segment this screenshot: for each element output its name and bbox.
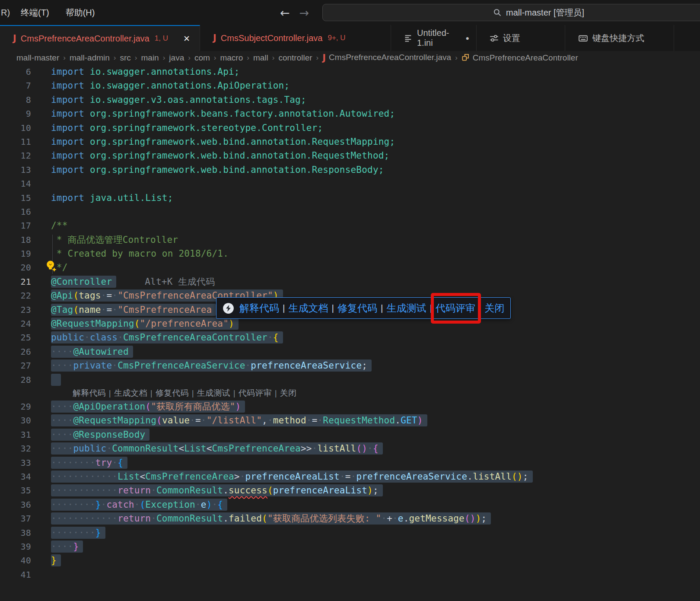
tab-设置[interactable]: 设置	[477, 25, 565, 51]
selection-highlight: ········try·{	[51, 457, 127, 469]
line-content: /**	[51, 219, 68, 232]
line-number: 35	[0, 483, 31, 497]
line-number: 33	[0, 456, 31, 470]
line-content: import io.swagger.annotations.ApiOperati…	[51, 79, 290, 92]
breadcrumb-item-mall-admin[interactable]: mall-admin	[70, 53, 110, 63]
line-content: ····@ApiOperation("获取所有商品优选")	[51, 400, 245, 413]
tab-Untitled-1.ini[interactable]: Untitled-1.ini●	[391, 25, 477, 51]
forward-arrow-icon[interactable]: →	[299, 6, 309, 19]
selection-highlight: ····public·CommonResult<List<CmsPrefrenc…	[51, 442, 383, 455]
code-line: 30····@RequestMapping(value·=·"/listAll"…	[0, 413, 700, 427]
java-file-icon: J	[322, 53, 326, 63]
line-content: import org.springframework.web.bind.anno…	[51, 163, 384, 177]
popup-action-代码评审[interactable]: 代码评审	[436, 302, 475, 315]
line-content: @RequestMapping("/prefrenceArea")	[51, 317, 239, 331]
codelens-生成文档[interactable]: 生成文档	[114, 388, 147, 397]
codelens-separator: |	[189, 388, 197, 397]
codelens-actions[interactable]: 解释代码|生成文档|修复代码|生成测试|代码评审|关闭	[0, 387, 700, 400]
popup-separator: |	[331, 303, 334, 313]
menu-item-partial[interactable]: R)	[0, 8, 13, 18]
code-line: 41	[0, 568, 700, 582]
codelens-关闭[interactable]: 关闭	[280, 388, 296, 397]
tab-CmsSubjectController.java[interactable]: JCmsSubjectController.java9+, U	[200, 25, 391, 51]
line-number: 14	[0, 177, 31, 191]
codelens-生成测试[interactable]: 生成测试	[197, 388, 230, 397]
menu-item-1[interactable]: 帮助(H)	[57, 7, 103, 19]
popup-action-关闭[interactable]: 关闭	[484, 302, 504, 315]
line-number: 11	[0, 135, 31, 149]
line-number: 12	[0, 149, 31, 162]
breadcrumb-item-com[interactable]: com	[194, 53, 210, 63]
line-content: ············List<CmsPrefrenceArea>·prefr…	[51, 470, 533, 483]
tab-CmsPrefrenceAreaController.java[interactable]: JCmsPrefrenceAreaController.java1, U✕	[0, 25, 200, 51]
breadcrumb-item-mall-master[interactable]: mall-master	[16, 53, 59, 63]
popup-action-生成文档[interactable]: 生成文档	[288, 302, 328, 315]
back-arrow-icon[interactable]: ←	[280, 6, 290, 19]
line-number: 21	[0, 275, 31, 289]
tab-label: CmsPrefrenceAreaController.java	[21, 34, 150, 44]
breadcrumb-item-java[interactable]: java	[169, 53, 184, 63]
popup-action-解释代码[interactable]: 解释代码	[239, 302, 279, 315]
line-content: ····private·CmsPrefrenceAreaService·pref…	[51, 359, 372, 372]
code-line: 10import org.springframework.stereotype.…	[0, 121, 700, 135]
search-icon	[493, 8, 502, 17]
code-line: 29····@ApiOperation("获取所有商品优选")	[0, 400, 700, 413]
close-tab-icon[interactable]: ✕	[181, 33, 193, 45]
line-number: 30	[0, 413, 31, 427]
breadcrumb-file[interactable]: JCmsPrefrenceAreaController.java	[322, 53, 451, 63]
search-icon	[493, 8, 502, 17]
breadcrumb-item-main[interactable]: main	[141, 53, 159, 63]
list-icon	[404, 34, 413, 42]
line-number: 29	[0, 400, 31, 413]
annotation-red-box	[431, 293, 481, 324]
line-number: 25	[0, 331, 31, 344]
selection-highlight: ····@RequestMapping(value·=·"/listAll",·…	[51, 414, 427, 426]
selection-highlight: ············List<CmsPrefrenceArea>·prefr…	[51, 471, 533, 483]
selection-highlight: ····@Autowired	[51, 346, 133, 358]
history-navigation: ← →	[280, 0, 309, 25]
line-content: import io.swagger.v3.oas.annotations.tag…	[51, 93, 306, 107]
line-number: 24	[0, 317, 31, 331]
line-content: import org.springframework.beans.factory…	[51, 107, 395, 121]
java-file-icon: J	[213, 33, 216, 43]
code-line: 31····@ResponseBody	[0, 428, 700, 442]
popup-action-修复代码[interactable]: 修复代码	[337, 302, 377, 315]
breadcrumb-item-mall[interactable]: mall	[253, 53, 268, 63]
code-editor[interactable]: 6import io.swagger.annotations.Api;7impo…	[0, 65, 700, 582]
codelens-代码评审[interactable]: 代码评审	[239, 388, 272, 397]
line-content: }	[51, 553, 61, 567]
code-line: 26····@Autowired	[0, 345, 700, 359]
line-content: ········try·{	[51, 456, 127, 470]
line-number: 19	[0, 247, 31, 261]
codelens-修复代码[interactable]: 修复代码	[156, 388, 189, 397]
class-icon	[461, 53, 470, 61]
code-line: 16	[0, 205, 700, 219]
code-line: 17/**	[0, 219, 700, 232]
line-number: 36	[0, 498, 31, 512]
code-line: 33········try·{	[0, 456, 700, 470]
popup-action-生成测试[interactable]: 生成测试	[386, 302, 426, 315]
line-number: 23	[0, 303, 31, 317]
line-number: 38	[0, 526, 31, 540]
line-number: 40	[0, 553, 31, 567]
line-number: 6	[0, 65, 31, 79]
breadcrumb-separator: ›	[159, 54, 169, 62]
line-content	[51, 373, 61, 387]
breadcrumb-item-controller[interactable]: controller	[278, 53, 312, 63]
command-center-search[interactable]: mall-master [管理员]	[322, 4, 700, 21]
tab-badge: 1, U	[155, 34, 168, 43]
dirty-dot-icon[interactable]: ●	[466, 35, 469, 41]
code-line: 13import org.springframework.web.bind.an…	[0, 163, 700, 177]
tab-键盘快捷方式[interactable]: 键盘快捷方式	[565, 25, 674, 51]
line-number: 8	[0, 93, 31, 107]
codelens-解释代码[interactable]: 解释代码	[73, 388, 106, 397]
breadcrumb-symbol[interactable]: CmsPrefrenceAreaController	[461, 53, 578, 63]
breadcrumb-separator: ›	[59, 54, 70, 62]
breadcrumb-item-src[interactable]: src	[120, 53, 131, 63]
popup-separator: |	[283, 303, 285, 313]
breadcrumb-item-macro[interactable]: macro	[220, 53, 243, 63]
breadcrumb-separator: ›	[451, 54, 461, 62]
lightbulb-sparkle-icon[interactable]	[45, 260, 57, 274]
tab-badge: 9+, U	[328, 34, 345, 42]
menu-item-0[interactable]: 终端(T)	[13, 7, 57, 19]
